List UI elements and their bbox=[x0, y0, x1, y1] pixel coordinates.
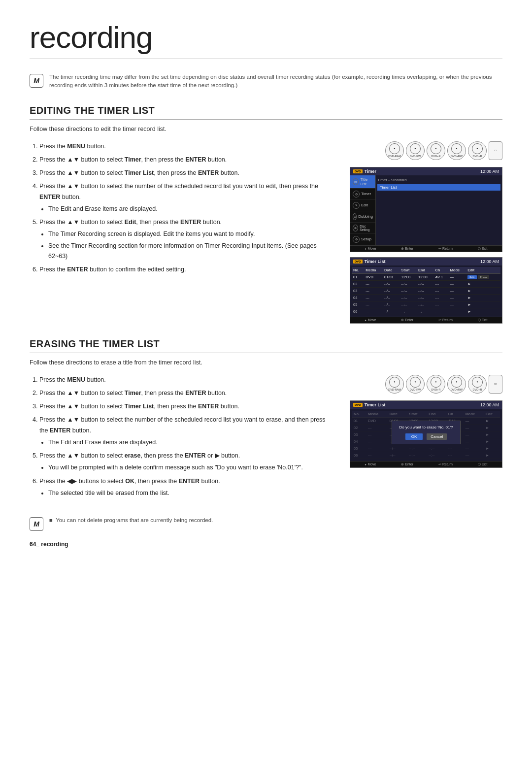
erasing-step-6: Press the ◀▶ buttons to select OK, then … bbox=[39, 476, 335, 499]
row1-no: 01 bbox=[352, 273, 364, 280]
tv-list-header: DVD Timer List 12:00 AM bbox=[350, 258, 502, 265]
footer-move: ⬥ Move bbox=[365, 318, 376, 322]
erasing-step-1: Press the MENU button. bbox=[39, 375, 335, 385]
top-note: M The timer recording time may differ fr… bbox=[30, 73, 502, 90]
tv-sidebar: ▤ Title List ◷ Timer ✎ Edit ⊙ bbox=[350, 175, 376, 245]
tv-timer-list-screen: DVD Timer List 12:00 AM No. Media Date S… bbox=[350, 257, 502, 324]
col-no: No. bbox=[352, 267, 364, 274]
timer-icon: ◷ bbox=[353, 191, 360, 197]
editing-step-5-bullet-2: See the Timer Recording section for more… bbox=[48, 241, 335, 262]
footer-move: ⬥ Move bbox=[365, 247, 376, 251]
row1-end: 12:00 bbox=[417, 273, 433, 280]
tv-erase-footer: ⬥ Move ⊕ Enter ↩ Return ⬡ Exit bbox=[350, 461, 502, 467]
sidebar-edit: ✎ Edit bbox=[350, 200, 375, 211]
editing-step-4-bullet: The Edit and Erase items are displayed. bbox=[48, 204, 335, 214]
footer-move: ⬥ Move bbox=[365, 462, 376, 466]
erasing-screenshots: ● DVD-RAM ● DVD-RW ● DVD+R ● DVD+RW ● bbox=[350, 375, 502, 502]
editing-step-5: Press the ▲▼ button to select Edit, then… bbox=[39, 217, 335, 262]
row1-edit: Edit Erase bbox=[466, 273, 500, 280]
erasing-desc: Follow these directions to erase a title… bbox=[30, 359, 502, 366]
tv-list-body: No. Media Date Start End Ch Mode Edit bbox=[350, 265, 502, 317]
tv-menu-header: DVD Timer 12:00 AM bbox=[350, 167, 502, 175]
editing-step-4: Press the ▲▼ button to select the number… bbox=[39, 181, 335, 214]
tv-list-time: 12:00 AM bbox=[480, 259, 499, 264]
erasing-step-6-bullet: The selected title will be erased from t… bbox=[48, 488, 335, 498]
confirm-message: Do you want to erase 'No. 01'? bbox=[398, 425, 454, 429]
tv-erase-header: DVD Timer List 12:00 AM bbox=[350, 401, 502, 409]
footer-exit: ⬡ Exit bbox=[478, 318, 488, 322]
tv-erase-screen: DVD Timer List 12:00 AM No.MediaDateStar… bbox=[350, 400, 502, 468]
col-date: Date bbox=[383, 267, 399, 274]
footer-return: ↩ Return bbox=[438, 247, 453, 251]
footer-enter: ⊕ Enter bbox=[401, 462, 413, 466]
footer-enter: ⊕ Enter bbox=[401, 318, 413, 322]
note-text: The timer recording time may differ from… bbox=[49, 73, 502, 90]
erase-disc-type-buttons: ● DVD-RAM ● DVD-RW ● DVD+R ● DVD+RW ● bbox=[350, 375, 502, 394]
tv-list-dvd-badge: DVD bbox=[353, 260, 363, 263]
col-end: End bbox=[417, 267, 433, 274]
footer-return: ↩ Return bbox=[438, 318, 453, 322]
bottom-note: M ■ You can not delete programs that are… bbox=[30, 516, 502, 531]
editing-step-2: Press the ▲▼ button to select Timer, the… bbox=[39, 155, 335, 165]
bottom-note-text: ■ You can not delete programs that are c… bbox=[49, 516, 213, 525]
dvd-plus-r-btn: ● DVD+R bbox=[427, 141, 445, 160]
erase-button[interactable]: Erase bbox=[478, 275, 490, 279]
dvd-extra-btn: ▭ bbox=[489, 141, 502, 160]
erasing-step-4: Press the ▲▼ button to select the number… bbox=[39, 415, 335, 448]
col-start: Start bbox=[400, 267, 417, 274]
row1-media: DVD bbox=[364, 273, 383, 280]
editing-step-1: Press the MENU button. bbox=[39, 141, 335, 152]
edit-button[interactable]: Edit bbox=[467, 275, 476, 279]
col-mode: Mode bbox=[449, 267, 466, 274]
disc-setting-icon: ⊚ bbox=[353, 225, 358, 231]
footer-enter: ⊕ Enter bbox=[401, 247, 413, 251]
table-row: 05-----/----:----:-----—► bbox=[352, 301, 500, 308]
dvd-ram-btn: ● DVD-RAM bbox=[385, 141, 404, 160]
tv-dvd-badge: DVD bbox=[353, 169, 363, 173]
col-edit: Edit bbox=[466, 267, 500, 274]
confirm-dialog: Do you want to erase 'No. 01'? OK Cancel bbox=[392, 421, 461, 444]
note-icon: M bbox=[30, 74, 43, 88]
editing-step-3: Press the ▲▼ button to select Timer List… bbox=[39, 168, 335, 178]
tv-menu-footer: ⬥ Move ⊕ Enter ↩ Return ⬡ Exit bbox=[350, 245, 502, 252]
editing-title: EDITING THE TIMER LIST bbox=[30, 105, 502, 120]
erasing-step-5: Press the ▲▼ button to select erase, the… bbox=[39, 451, 335, 473]
footer-return: ↩ Return bbox=[438, 462, 453, 466]
table-row: 06-----/----:----:-----—► bbox=[352, 308, 500, 315]
table-row: 03-----/----:----:-----—► bbox=[352, 287, 500, 294]
erasing-step-3: Press the ▲▼ button to select Timer List… bbox=[39, 401, 335, 412]
tv-list-title: Timer List bbox=[365, 259, 386, 264]
confirm-cancel-button[interactable]: Cancel bbox=[427, 433, 447, 440]
dubbing-icon: ⊙ bbox=[353, 213, 357, 220]
editing-instructions: Press the MENU button. Press the ▲▼ butt… bbox=[30, 141, 335, 324]
row1-mode: — bbox=[449, 273, 466, 280]
editing-step-6: Press the ENTER button to confirm the ed… bbox=[39, 264, 335, 275]
e-dvd-plus-r-btn: ● DVD+R bbox=[427, 375, 445, 394]
bottom-note-icon: M bbox=[30, 517, 43, 531]
tv-list-footer: ⬥ Move ⊕ Enter ↩ Return ⬡ Exit bbox=[350, 317, 502, 323]
row1-start: 12:00 bbox=[400, 273, 417, 280]
tv-erase-title: Timer List bbox=[365, 402, 386, 407]
e-dvd-ram-btn: ● DVD-RAM bbox=[385, 375, 404, 394]
editing-step-5-bullet-1: The Timer Recording screen is displayed.… bbox=[48, 229, 335, 239]
tv-menu-body: ▤ Title List ◷ Timer ✎ Edit ⊙ bbox=[350, 175, 502, 245]
footer-page-number: 64_ recording bbox=[30, 541, 502, 548]
erasing-step-5-bullet: You will be prompted with a delete confi… bbox=[48, 462, 335, 473]
e-dvd-rw-btn: ● DVD-RW bbox=[406, 375, 425, 394]
sidebar-disc-setting: ⊚ Disc Setting bbox=[350, 223, 375, 234]
sidebar-setup: ⚙ Setup bbox=[350, 234, 375, 245]
timer-list-table: No. Media Date Start End Ch Mode Edit bbox=[352, 267, 500, 315]
erasing-title: ERASING THE TIMER LIST bbox=[30, 338, 502, 353]
edit-icon: ✎ bbox=[353, 202, 360, 209]
tv-subtitle: Timer - Standard bbox=[377, 177, 500, 184]
page-title: recording bbox=[30, 20, 502, 59]
confirm-dialog-overlay: Do you want to erase 'No. 01'? OK Cancel bbox=[392, 418, 461, 447]
row1-ch: AV 1 bbox=[433, 273, 448, 280]
e-dvd-plus-r2-btn: ● DVD+R bbox=[468, 375, 487, 394]
confirm-ok-button[interactable]: OK bbox=[405, 433, 423, 440]
tv-erase-dvd-badge: DVD bbox=[353, 403, 363, 407]
tv-timer-menu-screen: DVD Timer 12:00 AM ▤ Title List ◷ Timer bbox=[350, 167, 502, 252]
sidebar-dubbing: ⊙ Dubbing bbox=[350, 211, 375, 223]
tv-menu-main: Timer - Standard Timer List bbox=[376, 175, 502, 245]
sidebar-timer: ◷ Timer bbox=[350, 189, 375, 200]
